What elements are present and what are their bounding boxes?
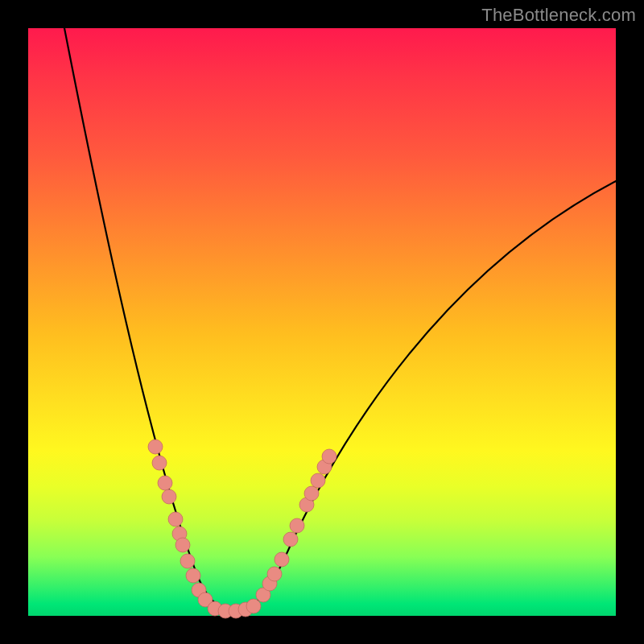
data-dot bbox=[148, 440, 163, 454]
dots-bottom bbox=[208, 599, 261, 618]
watermark-text: TheBottleneck.com bbox=[481, 5, 636, 26]
data-dot bbox=[168, 512, 183, 526]
chart-svg bbox=[28, 28, 616, 616]
data-dot bbox=[186, 568, 200, 583]
data-dot bbox=[267, 567, 282, 581]
chart-frame: TheBottleneck.com bbox=[0, 0, 644, 644]
data-dot bbox=[304, 486, 319, 501]
data-dot bbox=[275, 552, 289, 567]
data-dot bbox=[311, 473, 325, 488]
data-dot bbox=[322, 449, 336, 464]
dots-left-branch bbox=[148, 440, 213, 607]
data-dot bbox=[180, 554, 195, 568]
data-dot bbox=[158, 476, 172, 490]
data-dot bbox=[175, 538, 190, 552]
data-dot bbox=[283, 532, 298, 547]
bottleneck-curve bbox=[64, 28, 616, 610]
data-dot bbox=[152, 456, 167, 470]
plot-area bbox=[28, 28, 616, 616]
dots-right-branch bbox=[256, 449, 336, 602]
data-dot bbox=[290, 518, 304, 533]
data-dot bbox=[162, 489, 176, 504]
data-dot bbox=[246, 599, 261, 613]
